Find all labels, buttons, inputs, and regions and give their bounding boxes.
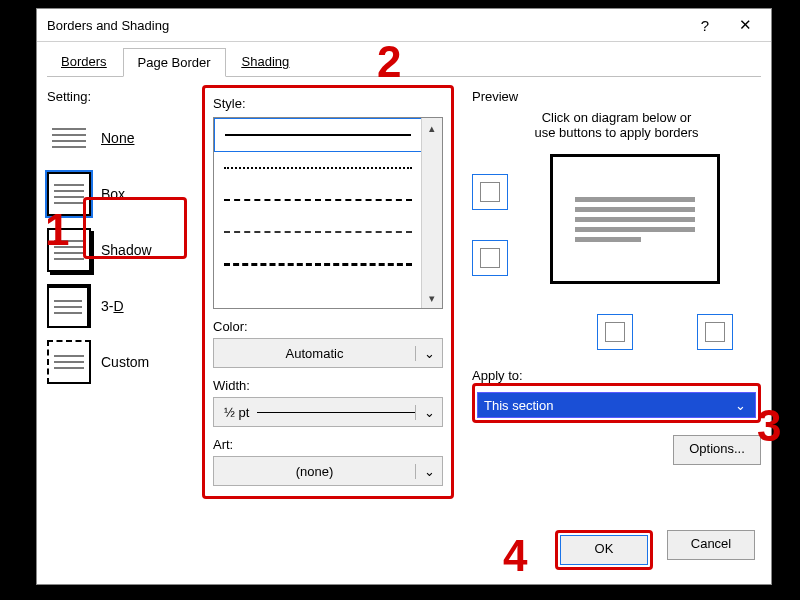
style-option-solid[interactable]	[214, 118, 422, 152]
color-combo[interactable]: Automatic	[213, 338, 443, 368]
style-scrollbar[interactable]: ▴ ▾	[421, 118, 442, 308]
dialog-buttons: OK Cancel	[555, 530, 755, 570]
width-combo[interactable]: ½ pt	[213, 397, 443, 427]
3d-icon	[47, 284, 91, 328]
apply-to-combo[interactable]: This section ⌄	[477, 392, 756, 418]
annotation-4: 4	[503, 531, 527, 581]
annotation-3: 3	[757, 401, 781, 451]
border-bottom-button[interactable]	[472, 240, 508, 276]
page-preview[interactable]	[550, 154, 720, 284]
setting-label: Setting:	[47, 89, 202, 104]
cancel-button[interactable]: Cancel	[667, 530, 755, 560]
style-list[interactable]: ▴ ▾	[213, 117, 443, 309]
art-label: Art:	[213, 437, 443, 452]
chevron-down-icon: ⌄	[731, 398, 749, 413]
preview-label: Preview	[472, 89, 761, 104]
chevron-down-icon	[415, 464, 442, 479]
none-icon	[47, 116, 91, 160]
annotation-2: 2	[377, 37, 401, 87]
width-value: ½ pt	[224, 405, 249, 420]
tab-borders[interactable]: Borders	[47, 48, 121, 76]
custom-icon	[47, 340, 91, 384]
border-top-button[interactable]	[472, 174, 508, 210]
style-label: Style:	[213, 96, 443, 111]
apply-to-value: This section	[484, 398, 731, 413]
setting-column: Setting: None Box Shadow	[47, 85, 202, 499]
style-option-dashdot[interactable]	[214, 248, 422, 280]
borders-shading-dialog: Borders and Shading ? ✕ Borders Page Bor…	[36, 8, 772, 585]
width-sample-line	[257, 412, 415, 413]
setting-none[interactable]: None	[47, 110, 202, 166]
width-label: Width:	[213, 378, 443, 393]
tab-strip: Borders Page Border Shading	[47, 48, 761, 77]
scroll-up-icon[interactable]: ▴	[422, 118, 442, 138]
style-option-dash[interactable]	[214, 184, 422, 216]
style-option-dash2[interactable]	[214, 216, 422, 248]
preview-hint: Click on diagram below oruse buttons to …	[472, 110, 761, 140]
chevron-down-icon	[415, 405, 442, 420]
close-button[interactable]: ✕	[725, 11, 765, 39]
annotation-box-1	[83, 197, 187, 259]
setting-3d[interactable]: 3-3-DD	[47, 278, 202, 334]
art-combo[interactable]: (none)	[213, 456, 443, 486]
color-value: Automatic	[214, 346, 415, 361]
help-button[interactable]: ?	[685, 11, 725, 39]
setting-custom[interactable]: Custom	[47, 334, 202, 390]
style-column: Style: ▴ ▾ Color: Automatic Width:	[202, 85, 454, 499]
apply-to-label: Apply to:	[472, 368, 761, 383]
art-value: (none)	[214, 464, 415, 479]
preview-column: Preview Click on diagram below oruse but…	[454, 85, 761, 499]
annotation-1: 1	[45, 205, 69, 255]
style-option-dotted[interactable]	[214, 152, 422, 184]
tab-shading[interactable]: Shading	[228, 48, 304, 76]
chevron-down-icon	[415, 346, 442, 361]
ok-button[interactable]: OK	[560, 535, 648, 565]
border-right-button[interactable]	[697, 314, 733, 350]
tab-page-border[interactable]: Page Border	[123, 48, 226, 77]
scroll-down-icon[interactable]: ▾	[422, 288, 442, 308]
dialog-title: Borders and Shading	[47, 18, 685, 33]
titlebar: Borders and Shading ? ✕	[37, 9, 771, 42]
options-button[interactable]: Options...	[673, 435, 761, 465]
preview-area	[472, 154, 761, 354]
border-left-button[interactable]	[597, 314, 633, 350]
color-label: Color:	[213, 319, 443, 334]
